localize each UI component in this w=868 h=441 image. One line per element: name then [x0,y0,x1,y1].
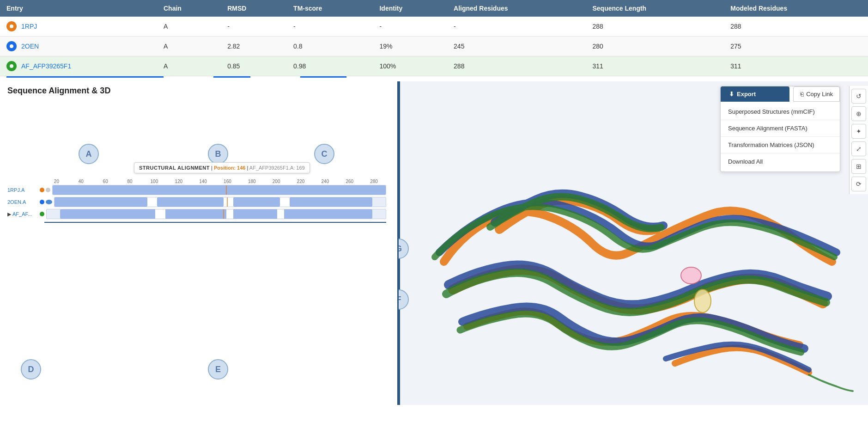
sequence-viewer[interactable]: 20 40 60 80 100 120 140 160 180 200 220 … [7,179,386,223]
seq-label-2oen: 2OEN.A [7,199,40,205]
ligand-molecule-2 [694,289,711,312]
link-icon: ⎗ [800,91,804,98]
entry-cell: AF_AFP39265F1 [0,56,157,76]
right-toolbar: ↺ ⊕ ✦ ⤢ ⊞ ⟳ [849,86,868,194]
download-icon: ⬇ [729,91,734,98]
col-chain: Chain [157,0,221,17]
seqlen-cell: 311 [586,56,724,76]
identity-cell: 19% [373,37,447,56]
rmsd-cell: - [221,17,287,37]
export-item-matrices[interactable]: Transformation Matrices (JSON) [721,138,840,152]
copy-link-button[interactable]: ⎗ Copy Link [793,86,840,102]
entry-link-2oen[interactable]: 2OEN [21,43,39,50]
dot-blue-placeholder [46,188,50,192]
modeled-cell: 311 [724,56,868,76]
seq-icons-1rpj [40,188,50,192]
export-item-fasta[interactable]: Sequence Alignment (FASTA) [721,121,840,135]
seq-bar-2oen[interactable] [54,197,386,207]
chain-cell: A [157,56,221,76]
reset-view-button[interactable]: ↺ [851,89,866,104]
seqlen-cell: 288 [586,17,724,37]
col-identity: Identity [373,0,447,17]
annotation-d: D [21,359,41,380]
seqlen-cell: 280 [586,37,724,56]
table-row: 2OEN A 2.82 0.8 19% 245 280 275 [0,37,868,56]
export-menu: ⬇ Export ⎗ Copy Link Superposed Structur… [720,86,840,172]
dot-green [40,212,44,216]
row-icon-green[interactable] [6,61,17,71]
col-entry: Entry [0,0,157,17]
tmscore-cell: 0.8 [287,37,373,56]
dot-orange [40,188,44,192]
annotation-e: E [208,359,228,380]
tooltip-entry-ref: AF_AFP39265F1.A: 169 [249,165,305,171]
tooltip-position: Position: 146 [214,165,245,171]
row-expand-arrow[interactable]: ▶ [7,211,11,217]
col-rmsd: RMSD [221,0,287,17]
seq-row-1rpj[interactable]: 1RPJ.A [7,185,386,195]
tmscore-cell: 0.98 [287,56,373,76]
rmsd-cell: 2.82 [221,37,287,56]
seq-icons-af [40,212,44,216]
chain-cell: A [157,17,221,37]
chain-cell: A [157,37,221,56]
identity-cell: 100% [373,56,447,76]
seq-row-af[interactable]: ▶ AF_AF... [7,209,386,219]
annotation-c: C [314,144,334,164]
export-menu-items: Superposed Structures (mmCIF) Sequence A… [721,102,840,172]
grid-button[interactable]: ⊞ [851,159,866,174]
center-view-button[interactable]: ⊕ [851,106,866,121]
table-row: 1RPJ A - - - - 288 288 [0,17,868,37]
bottom-section: Sequence Alignment & 3D A B C STRUCTURAL… [0,81,868,405]
aligned-cell: 245 [447,37,586,56]
left-panel: Sequence Alignment & 3D A B C STRUCTURAL… [0,81,397,405]
alignment-tooltip: STRUCTURAL ALIGNMENT | Position: 146 | A… [134,162,310,173]
seq-bar-af[interactable] [46,209,386,219]
aligned-cell: - [447,17,586,37]
col-sequence-length: Sequence Length [586,0,724,17]
copy-link-label: Copy Link [806,91,833,98]
col-aligned-residues: Aligned Residues [447,0,586,17]
cursor-button[interactable]: ⟳ [851,177,866,191]
tmscore-cell: - [287,17,373,37]
entry-link-1rpj[interactable]: 1RPJ [21,23,37,30]
seq-icons-2oen [40,200,52,204]
export-button[interactable]: ⬇ Export [721,86,789,102]
seq-label-af: AF_AF... [12,211,40,217]
svg-point-0 [10,24,13,28]
aligned-cell: 288 [447,56,586,76]
dot-blue [40,200,44,204]
seq-row-2oen[interactable]: 2OEN.A [7,197,386,207]
table-row: AF_AFP39265F1 A 0.85 0.98 100% 288 311 3… [0,56,868,76]
seq-bar-1rpj[interactable] [52,185,386,195]
export-header: ⬇ Export ⎗ Copy Link [721,86,840,102]
modeled-cell: 275 [724,37,868,56]
rotate-button[interactable]: ✦ [851,124,866,139]
alignment-table-section: Entry Chain RMSD TM-score Identity Align… [0,0,868,81]
seq-label-1rpj: 1RPJ.A [7,187,40,193]
annotation-a: A [79,144,99,164]
entry-cell: 2OEN [0,37,157,56]
expand-button[interactable]: ⤢ [851,141,866,156]
entry-cell: 1RPJ [0,17,157,37]
export-item-download-all[interactable]: Download All [721,154,840,169]
svg-point-1 [10,44,13,48]
svg-point-2 [10,64,13,68]
col-modeled-residues: Modeled Residues [724,0,868,17]
ligand-molecule [681,267,701,284]
dot-extra [46,200,52,204]
identity-cell: - [373,17,447,37]
row-icon-blue[interactable] [6,41,17,51]
row-icon-orange[interactable] [6,21,17,31]
entry-link-af[interactable]: AF_AFP39265F1 [21,62,71,70]
col-tmscore: TM-score [287,0,373,17]
section-title: Sequence Alignment & 3D [7,86,390,96]
alignment-table: Entry Chain RMSD TM-score Identity Align… [0,0,868,76]
3d-viewer-panel[interactable]: ⬇ Export ⎗ Copy Link Superposed Structur… [397,81,868,405]
export-item-superposed[interactable]: Superposed Structures (mmCIF) [721,104,840,119]
export-label: Export [737,91,756,98]
modeled-cell: 288 [724,17,868,37]
rmsd-cell: 0.85 [221,56,287,76]
tooltip-label: STRUCTURAL ALIGNMENT [139,165,210,171]
annotation-b: B [208,144,228,164]
